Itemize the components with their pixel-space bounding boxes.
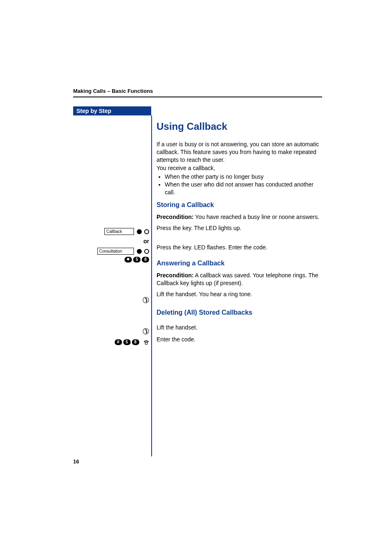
bullet-item: When the user who did not answer has con…	[165, 181, 321, 196]
sidebar-rule	[151, 115, 152, 456]
document-page: Making Calls – Basic Functions Step by S…	[0, 0, 392, 555]
step-by-step-box: Step by Step	[73, 106, 151, 115]
keycap-star-icon	[125, 257, 132, 263]
keycap-5-icon: 5	[123, 339, 131, 345]
keycap-8-icon: 8	[142, 257, 149, 263]
consultation-key-icon: Consultation	[97, 247, 150, 255]
keypad-icon: 5 8	[115, 339, 139, 345]
lift-handset-icon-block-2: ✆	[142, 327, 149, 336]
handset-lift-icon: ✆	[141, 327, 150, 336]
page-number: 16	[73, 458, 79, 465]
precondition-label: Precondition:	[157, 214, 194, 220]
keycap-5-icon: 5	[133, 257, 141, 263]
storing-heading: Storing a Callback	[157, 200, 321, 210]
led-on-icon	[137, 229, 142, 234]
keypad-icon: 5 8	[125, 257, 149, 263]
led-on-icon	[137, 249, 142, 254]
bullet-item: When the other party is no longer busy	[165, 173, 321, 181]
precondition-label: Precondition:	[157, 272, 194, 279]
intro-paragraph: If a user is busy or is not answering, y…	[157, 140, 321, 164]
intro-paragraph-2: You receive a callback,	[157, 164, 321, 172]
storing-precondition: Precondition: You have reached a busy li…	[157, 213, 321, 221]
keycap-8-icon: 8	[132, 339, 139, 345]
answering-precondition: Precondition: A callback was saved. Your…	[157, 272, 321, 287]
callback-key-label: Callback	[104, 228, 134, 235]
precondition-text: You have reached a busy line or noone an…	[194, 214, 319, 220]
consultation-key-label: Consultation	[97, 248, 134, 255]
step-press-flash: Press the key. LED flashes. Enter the co…	[157, 244, 321, 251]
svg-rect-0	[145, 343, 147, 344]
deleting-code-icon: 5 8	[115, 338, 149, 345]
step-enter-code: Enter the code.	[157, 336, 321, 343]
step-lift: Lift the handset.	[157, 324, 321, 332]
content-column: Using Callback If a user is busy or is n…	[157, 120, 321, 349]
deleting-heading: Deleting (All) Stored Callbacks	[157, 308, 321, 317]
chapter-header: Making Calls – Basic Functions	[73, 88, 322, 97]
answering-heading: Answering a Callback	[157, 259, 321, 268]
led-ring-icon	[144, 249, 149, 254]
storing-code-icon: 5 8	[125, 256, 149, 263]
keycap-hash-icon	[115, 339, 122, 345]
step-lift-ring: Lift the handset. You hear a ring tone.	[157, 290, 321, 298]
intro-bullets: When the other party is no longer busy W…	[157, 173, 321, 196]
callback-key-icon: Callback	[104, 228, 149, 235]
page-title: Using Callback	[157, 120, 321, 133]
step-press-led: Press the key. The LED lights up.	[157, 224, 321, 232]
handset-lift-icon: ✆	[141, 296, 150, 305]
or-label: or	[143, 238, 149, 244]
led-ring-icon	[144, 229, 149, 234]
or-separator: or	[143, 237, 149, 245]
lift-handset-icon-block: ✆	[142, 296, 149, 304]
handset-onhook-icon	[143, 339, 149, 345]
